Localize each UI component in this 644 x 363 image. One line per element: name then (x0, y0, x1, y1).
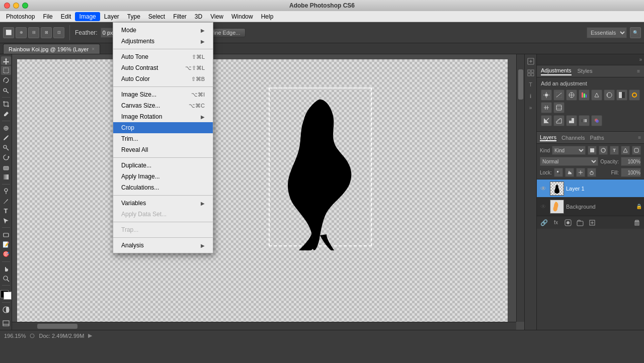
dropdown-overlay[interactable] (0, 0, 644, 363)
menu-sep-5 (113, 222, 213, 222)
menu-item-canvassize-label: Canvas Size... (121, 102, 160, 109)
menu-item-applyimage-label: Apply Image... (121, 173, 160, 180)
image-menu-dropdown: Mode ▶ Adjustments ▶ Auto Tone ⇧⌘L Auto … (113, 22, 213, 253)
menu-sep-3 (113, 157, 213, 158)
menu-item-imagesize-label: Image Size... (121, 91, 156, 98)
menu-item-mode-arrow: ▶ (201, 28, 205, 33)
menu-item-duplicate[interactable]: Duplicate... (113, 160, 213, 171)
menu-item-applydataset-label: Apply Data Set... (121, 211, 167, 218)
menu-item-analysis-arrow: ▶ (201, 243, 205, 248)
menu-item-calculations[interactable]: Calculations... (113, 182, 213, 193)
menu-item-adjustments-arrow: ▶ (201, 39, 205, 44)
menu-item-revealall-label: Reveal All (121, 146, 148, 153)
menu-item-trim[interactable]: Trim... (113, 133, 213, 144)
menu-item-autocolor-shortcut: ⇧⌘B (191, 76, 205, 82)
menu-item-canvassize-shortcut: ⌥⌘C (189, 103, 205, 109)
menu-item-autocontrast-shortcut: ⌥⇧⌘L (185, 65, 205, 71)
menu-item-autocontrast[interactable]: Auto Contrast ⌥⇧⌘L (113, 62, 213, 73)
menu-item-variables-label: Variables (121, 200, 146, 207)
menu-item-adjustments[interactable]: Adjustments ▶ (113, 36, 213, 47)
menu-item-canvassize[interactable]: Canvas Size... ⌥⌘C (113, 100, 213, 111)
menu-item-mode[interactable]: Mode ▶ (113, 25, 213, 36)
menu-item-calculations-label: Calculations... (121, 184, 159, 191)
menu-item-trim-label: Trim... (121, 135, 138, 142)
menu-item-autocolor-label: Auto Color (121, 75, 150, 82)
menu-item-autotone[interactable]: Auto Tone ⇧⌘L (113, 51, 213, 62)
menu-item-trap-label: Trap... (121, 226, 138, 233)
menu-item-imagerotation-label: Image Rotation (121, 113, 162, 120)
menu-item-crop-label: Crop (121, 124, 134, 131)
menu-item-duplicate-label: Duplicate... (121, 162, 151, 169)
menu-sep-6 (113, 237, 213, 238)
menu-item-analysis[interactable]: Analysis ▶ (113, 240, 213, 251)
menu-item-crop[interactable]: Crop (113, 122, 213, 133)
menu-item-variables[interactable]: Variables ▶ (113, 198, 213, 209)
menu-item-revealall[interactable]: Reveal All (113, 144, 213, 155)
menu-item-mode-label: Mode (121, 27, 136, 34)
menu-item-analysis-label: Analysis (121, 242, 144, 249)
menu-item-applydataset: Apply Data Set... (113, 209, 213, 220)
menu-item-imagerotation[interactable]: Image Rotation ▶ (113, 111, 213, 122)
menu-item-autocontrast-label: Auto Contrast (121, 64, 158, 71)
menu-item-variables-arrow: ▶ (201, 201, 205, 206)
menu-sep-4 (113, 195, 213, 196)
menu-item-autotone-label: Auto Tone (121, 53, 148, 60)
menu-item-imagesize[interactable]: Image Size... ⌥⌘I (113, 89, 213, 100)
menu-item-applyimage[interactable]: Apply Image... (113, 171, 213, 182)
menu-sep-1 (113, 49, 213, 49)
menu-sep-2 (113, 86, 213, 87)
menu-item-trap: Trap... (113, 224, 213, 235)
menu-item-imagerotation-arrow: ▶ (201, 114, 205, 120)
menu-item-autotone-shortcut: ⇧⌘L (192, 54, 205, 60)
menu-item-adjustments-label: Adjustments (121, 38, 154, 45)
menu-item-imagesize-shortcut: ⌥⌘I (191, 92, 205, 98)
menu-item-autocolor[interactable]: Auto Color ⇧⌘B (113, 73, 213, 84)
